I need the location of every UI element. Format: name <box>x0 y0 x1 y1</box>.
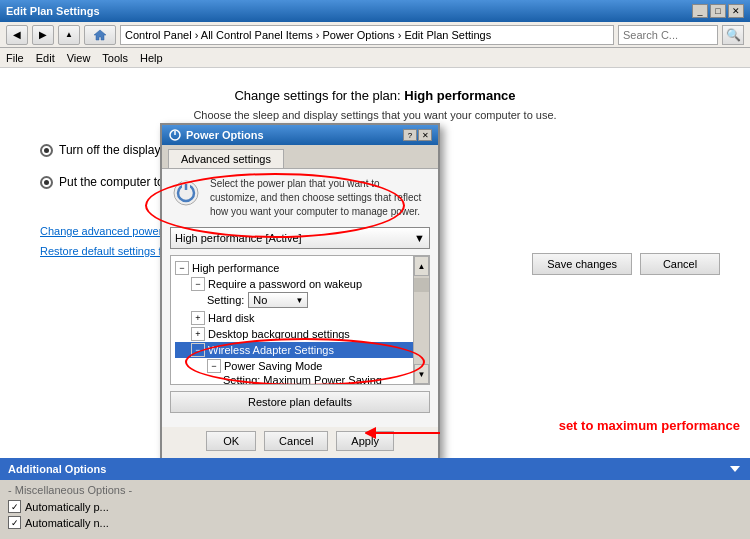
dialog-cancel-button[interactable]: Cancel <box>264 431 328 451</box>
svg-marker-9 <box>730 466 740 472</box>
plan-name: High performance <box>404 88 515 103</box>
bottom-panel-header: Additional Options <box>0 458 750 480</box>
display-label: Turn off the display: <box>59 143 164 157</box>
dialog-body: Select the power plan that you want to c… <box>162 169 438 427</box>
dialog-close-button[interactable]: ✕ <box>418 129 432 141</box>
dialog-info: Select the power plan that you want to c… <box>170 177 430 219</box>
save-button[interactable]: Save changes <box>532 253 632 275</box>
menu-file[interactable]: File <box>6 52 24 64</box>
main-content: Change settings for the plan: High perfo… <box>0 68 750 458</box>
bottom-panel-content: - Miscellaneous Options - ✓ Automaticall… <box>0 480 750 537</box>
dialog-help-button[interactable]: ? <box>403 129 417 141</box>
dialog-apply-button[interactable]: Apply <box>336 431 394 451</box>
window-controls: _ □ ✕ <box>692 4 744 18</box>
maximize-button[interactable]: □ <box>710 4 726 18</box>
auto-option-1-row: ✓ Automatically p... <box>8 500 742 513</box>
power-options-dialog: Power Options ? ✕ Advanced settings Sele… <box>160 123 440 458</box>
search-input[interactable] <box>618 25 718 45</box>
expand-powersaving[interactable]: − <box>207 359 221 373</box>
plan-dropdown-value: High performance [Active] <box>175 232 302 244</box>
password-setting-dropdown[interactable]: No ▼ <box>248 292 308 308</box>
expand-harddisk[interactable]: + <box>191 311 205 325</box>
dialog-title-buttons: ? ✕ <box>403 129 432 141</box>
dialog-ok-button[interactable]: OK <box>206 431 256 451</box>
plan-dropdown-arrow: ▼ <box>414 232 425 244</box>
address-bar: ◀ ▶ ▲ Control Panel › All Control Panel … <box>0 22 750 48</box>
dialog-info-text: Select the power plan that you want to c… <box>210 177 430 219</box>
auto-option-1-label: Automatically p... <box>25 501 109 513</box>
title-bar: Edit Plan Settings _ □ ✕ <box>0 0 750 22</box>
search-button[interactable]: 🔍 <box>722 25 744 45</box>
tree-item-password[interactable]: − Require a password on wakeup <box>175 276 425 292</box>
minimize-button[interactable]: _ <box>692 4 708 18</box>
up-button[interactable]: ▲ <box>58 25 80 45</box>
auto-option-2-checkbox[interactable]: ✓ <box>8 516 21 529</box>
expand-wireless[interactable]: − <box>191 343 205 357</box>
page-heading: Change settings for the plan: High perfo… <box>30 88 720 103</box>
scroll-thumb[interactable] <box>414 278 429 292</box>
tree-item-powersaving[interactable]: − Power Saving Mode <box>175 358 425 374</box>
expand-desktop[interactable]: + <box>191 327 205 341</box>
scroll-down[interactable]: ▼ <box>414 364 429 384</box>
svg-marker-0 <box>94 30 106 40</box>
tree-scrollbar[interactable]: ▲ ▼ <box>413 256 429 384</box>
home-button[interactable] <box>84 25 116 45</box>
dialog-title: Power Options <box>186 129 264 141</box>
scroll-up[interactable]: ▲ <box>414 256 429 276</box>
miscellaneous-label: - Miscellaneous Options - <box>8 484 742 496</box>
menu-tools[interactable]: Tools <box>102 52 128 64</box>
window-title: Edit Plan Settings <box>6 5 100 17</box>
annotation-label: set to maximum performance <box>559 418 740 433</box>
expand-highperf[interactable]: − <box>175 261 189 275</box>
sleep-radio[interactable] <box>40 176 53 189</box>
additional-options-title: Additional Options <box>8 463 106 475</box>
menu-view[interactable]: View <box>67 52 91 64</box>
settings-tree: − High performance − Require a password … <box>170 255 430 385</box>
wireless-setting-row: Setting: Maximum Power Saving <box>223 374 425 385</box>
dialog-tab-bar: Advanced settings <box>162 145 438 169</box>
plan-dropdown[interactable]: High performance [Active] ▼ <box>170 227 430 249</box>
expand-password[interactable]: − <box>191 277 205 291</box>
auto-option-1-checkbox[interactable]: ✓ <box>8 500 21 513</box>
page-subheading: Choose the sleep and display settings th… <box>30 109 720 121</box>
action-buttons: Save changes Cancel <box>532 253 720 275</box>
address-path[interactable]: Control Panel › All Control Panel Items … <box>120 25 614 45</box>
bottom-panel-expand-icon[interactable] <box>728 462 742 476</box>
auto-option-2-label: Automatically n... <box>25 517 109 529</box>
dialog-power-icon <box>168 128 182 142</box>
forward-button[interactable]: ▶ <box>32 25 54 45</box>
close-button[interactable]: ✕ <box>728 4 744 18</box>
dialog-title-bar: Power Options ? ✕ <box>162 125 438 145</box>
address-text: Control Panel › All Control Panel Items … <box>125 29 491 41</box>
menu-help[interactable]: Help <box>140 52 163 64</box>
back-button[interactable]: ◀ <box>6 25 28 45</box>
menu-bar: File Edit View Tools Help <box>0 48 750 68</box>
display-radio[interactable] <box>40 144 53 157</box>
power-icon-large <box>170 177 202 209</box>
restore-plan-defaults-button[interactable]: Restore plan defaults <box>170 391 430 413</box>
password-setting-row: Setting: No ▼ <box>207 292 425 308</box>
auto-option-2-row: ✓ Automatically n... <box>8 516 742 529</box>
heading-text: Change settings for the plan: High perfo… <box>234 88 515 103</box>
cancel-button[interactable]: Cancel <box>640 253 720 275</box>
tree-item-wireless[interactable]: − Wireless Adapter Settings <box>175 342 425 358</box>
tree-item-highperf[interactable]: − High performance <box>175 260 425 276</box>
tree-item-desktop[interactable]: + Desktop background settings <box>175 326 425 342</box>
menu-edit[interactable]: Edit <box>36 52 55 64</box>
dialog-footer: OK Cancel Apply <box>162 427 438 458</box>
tree-item-harddisk[interactable]: + Hard disk <box>175 310 425 326</box>
home-icon <box>93 28 107 42</box>
advanced-settings-tab[interactable]: Advanced settings <box>168 149 284 168</box>
